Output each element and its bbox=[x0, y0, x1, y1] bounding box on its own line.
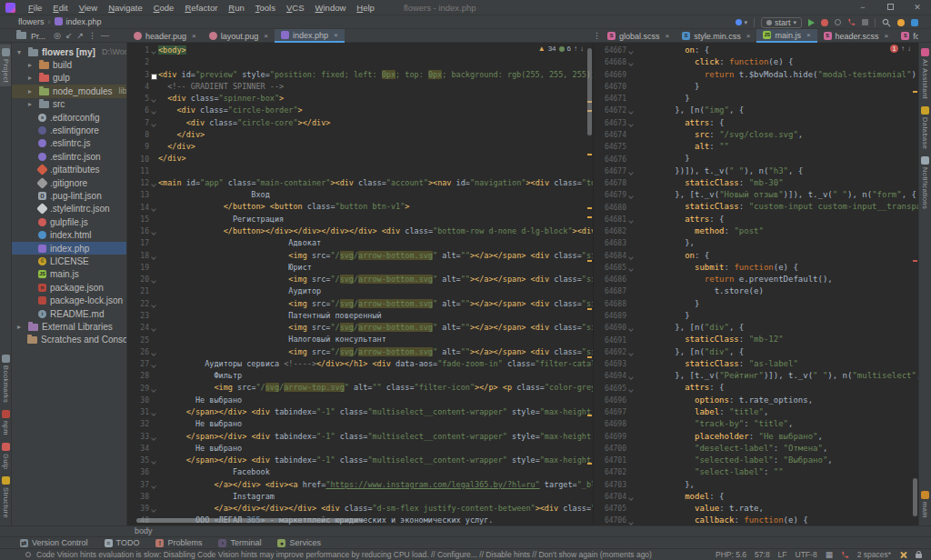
code-line[interactable]: Аудиторы сервиса <!----></div></h1> <div… bbox=[158, 358, 593, 370]
stop-button[interactable] bbox=[862, 19, 868, 25]
warning-stripe-mark[interactable] bbox=[587, 154, 592, 155]
tree-item[interactable]: ≡.editorconfig bbox=[12, 111, 126, 124]
editor-tab[interactable]: Sstyle.min.css× bbox=[676, 29, 756, 43]
fold-icon[interactable] bbox=[628, 326, 634, 332]
user-avatar[interactable]: ▾ bbox=[736, 19, 747, 26]
code-line[interactable]: } bbox=[636, 298, 918, 310]
tree-item[interactable]: gulpfile.js bbox=[12, 215, 126, 228]
chevron-right-icon[interactable]: ▸ bbox=[28, 87, 35, 95]
chevron-down-icon[interactable]: ▾ bbox=[17, 48, 25, 56]
code-line[interactable]: label: "title", bbox=[636, 406, 918, 418]
code-line[interactable]: staticClass: "as-label" bbox=[636, 358, 918, 370]
code-line[interactable]: click: function(e) { bbox=[636, 56, 918, 68]
editor-right[interactable]: 1 ↑ ↓ 6466764668646696467064671646726467… bbox=[593, 43, 918, 525]
code-line[interactable]: <div class="circle-border"> bbox=[158, 105, 593, 116]
fold-icon[interactable] bbox=[628, 194, 634, 199]
inspections-widget[interactable]: ▲ 34 6 ↑ ↓ bbox=[538, 45, 584, 53]
horizontal-scrollbar[interactable] bbox=[136, 518, 364, 523]
code-line[interactable]: }, [n("img", { bbox=[636, 105, 918, 116]
vertical-scrollbar[interactable] bbox=[913, 478, 917, 516]
tool-window-button-terminal[interactable]: ›Terminal bbox=[218, 538, 261, 547]
tree-item[interactable]: index.php bbox=[12, 242, 126, 255]
next-problem-icon[interactable]: ↓ bbox=[580, 45, 584, 53]
fold-icon[interactable] bbox=[151, 278, 156, 284]
code-line[interactable]: <div class="spinner-box"> bbox=[158, 93, 593, 105]
color-swatch[interactable] bbox=[151, 74, 157, 80]
editor-tab[interactable]: header.pug× bbox=[127, 29, 203, 43]
fold-icon[interactable] bbox=[628, 218, 634, 224]
status-indicator-icon[interactable] bbox=[25, 552, 31, 557]
menu-edit[interactable]: Edit bbox=[47, 3, 73, 13]
fold-icon[interactable] bbox=[151, 230, 156, 235]
code-line[interactable]: placeholder: "Не выбрано", bbox=[636, 431, 918, 443]
code-line[interactable]: Не выбрано bbox=[158, 443, 593, 455]
code-line[interactable]: } bbox=[636, 93, 918, 105]
tree-item[interactable]: .eslintignore bbox=[12, 124, 126, 136]
tree-item[interactable]: ▸External Libraries bbox=[12, 320, 126, 333]
code-line[interactable]: t.store(e) bbox=[636, 285, 918, 297]
code-line[interactable]: Регистрация bbox=[158, 214, 593, 225]
code-line[interactable]: <img src="/svg/arrow-bottom.svg" alt="">… bbox=[158, 250, 593, 262]
code-line[interactable]: "select-label": "" bbox=[636, 466, 918, 478]
status-message[interactable]: Code Vision hints evaluation is slow: Di… bbox=[36, 550, 652, 559]
phone-handset-icon[interactable] bbox=[841, 551, 849, 559]
tool-window-button-problems[interactable]: !Problems bbox=[155, 538, 202, 547]
menu-code[interactable]: Code bbox=[148, 3, 180, 13]
tool-window-button-version-control[interactable]: ⇄Version Control bbox=[20, 538, 88, 547]
code-line[interactable]: submit: function(e) { bbox=[636, 262, 918, 274]
breadcrumb-file[interactable]: index.php bbox=[66, 17, 102, 26]
tree-item[interactable]: ▸build bbox=[12, 58, 126, 71]
fold-icon[interactable] bbox=[628, 266, 634, 272]
vertical-scrollbar[interactable] bbox=[587, 48, 592, 135]
code-line[interactable]: Юрист bbox=[158, 262, 593, 274]
maximize-button[interactable] bbox=[876, 0, 904, 15]
chevron-right-icon[interactable]: ▸ bbox=[28, 61, 35, 69]
code-line[interactable]: "track-by": "title", bbox=[636, 418, 918, 430]
fold-icon[interactable] bbox=[151, 363, 156, 368]
code-line[interactable]: options: t.rate_options, bbox=[636, 395, 918, 406]
code-line[interactable]: staticClass: "mb-12" bbox=[636, 334, 918, 345]
prev-problem-icon[interactable]: ↑ bbox=[574, 45, 577, 53]
code-line[interactable]: </div> bbox=[158, 141, 593, 153]
fold-icon[interactable] bbox=[151, 459, 156, 465]
inspections-widget[interactable]: 1 ↑ ↓ bbox=[890, 45, 911, 53]
code-line[interactable]: method: "post" bbox=[636, 225, 918, 237]
code-line[interactable]: </div> bbox=[158, 153, 593, 165]
tree-item[interactable]: ▸node_moduleslibrary root bbox=[12, 85, 126, 97]
code-line[interactable]: <!-- GRADIENT SPINNER --> bbox=[158, 81, 593, 93]
code-line[interactable]: </a></div> <div><a href="https://www.ins… bbox=[158, 479, 593, 491]
collapse-all-icon[interactable]: ↙ bbox=[65, 29, 73, 43]
chevron-right-icon[interactable]: ▸ bbox=[17, 323, 25, 331]
code-line[interactable]: Вход bbox=[158, 189, 593, 201]
code-line[interactable]: Налоговый консультант bbox=[158, 334, 593, 345]
code-line[interactable]: </span></div> <div tabindex="-1" class="… bbox=[158, 455, 593, 466]
tree-item[interactable]: ▾flowers [my]D:\Work\flowers bbox=[12, 45, 126, 58]
code-line[interactable]: <div id="preview" style="position: fixed… bbox=[158, 69, 593, 81]
fold-icon[interactable] bbox=[151, 507, 156, 513]
menu-view[interactable]: View bbox=[74, 3, 103, 13]
code-line[interactable]: Аудитор bbox=[158, 285, 593, 297]
menu-navigate[interactable]: Navigate bbox=[103, 3, 148, 13]
code-line[interactable]: return e.preventDefault(), bbox=[636, 274, 918, 285]
editor-tab[interactable]: Sglobal.scss× bbox=[601, 29, 676, 43]
code-line[interactable]: "deselect-label": "Отмена", bbox=[636, 443, 918, 455]
code-line[interactable]: attrs: { bbox=[636, 382, 918, 394]
warning-stripe-mark[interactable] bbox=[587, 207, 592, 209]
code-line[interactable]: on: { bbox=[636, 45, 918, 56]
code-line[interactable]: on: { bbox=[636, 250, 918, 262]
tree-item[interactable]: .eslintrc.js bbox=[12, 137, 126, 150]
coverage-button[interactable] bbox=[835, 19, 841, 25]
code-line[interactable]: <img src="/svg/arrow-bottom.svg" alt="">… bbox=[158, 346, 593, 358]
tab-options-icon[interactable]: ⋮ bbox=[593, 29, 601, 43]
code-line[interactable]: } bbox=[636, 153, 918, 165]
panel-options-icon[interactable]: ⋮ bbox=[88, 29, 96, 43]
fold-icon[interactable] bbox=[628, 351, 634, 356]
code-line[interactable]: return t.$bvModal.hide("modal-testimonia… bbox=[636, 69, 918, 81]
tree-item[interactable]: .eslintrc.json bbox=[12, 150, 126, 163]
code-line[interactable]: value: t.rate, bbox=[636, 503, 918, 515]
code-line[interactable]: Патентный поверенный bbox=[158, 310, 593, 322]
tree-item[interactable]: ©LICENSE bbox=[12, 255, 126, 267]
menu-run[interactable]: Run bbox=[223, 3, 249, 13]
code-line[interactable]: </div> bbox=[158, 129, 593, 141]
warning-stripe-mark[interactable] bbox=[587, 415, 592, 416]
